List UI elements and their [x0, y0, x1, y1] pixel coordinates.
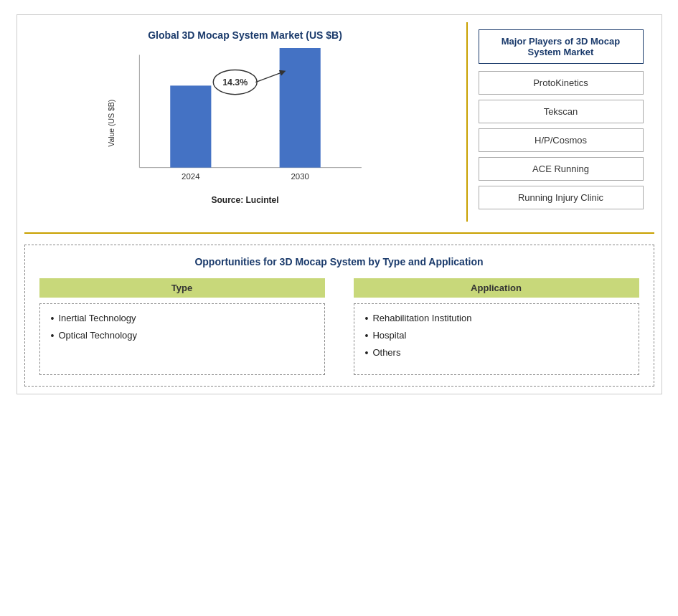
application-column: Application • Rehabilitation Institution… [354, 278, 639, 375]
major-players-title: Major Players of 3D MocapSystem Market [479, 29, 644, 64]
bottom-section: Opportunities for 3D Mocap System by Typ… [24, 245, 654, 387]
growth-label: 14.3% [222, 77, 248, 87]
x-label-2024: 2024 [182, 172, 200, 181]
application-content: • Rehabilitation Institution • Hospital … [354, 303, 639, 375]
player-running-injury-clinic: Running Injury Clinic [479, 186, 644, 209]
player-ace-running: ACE Running [479, 157, 644, 181]
chart-title: Global 3D Mocap System Market (US $B) [32, 29, 459, 41]
opportunities-columns: Type • Inertial Technology • Optical Tec… [39, 278, 639, 375]
app-item-2: • Hospital [365, 330, 628, 341]
bullet-icon-5: • [365, 347, 369, 359]
top-section: Global 3D Mocap System Market (US $B) Va… [24, 22, 654, 234]
major-players-title-text: Major Players of 3D MocapSystem Market [502, 36, 620, 57]
bar-2030 [279, 48, 320, 168]
bar-chart: Value (US $B) 14.3% [32, 48, 459, 191]
x-label-2030: 2030 [291, 172, 309, 181]
player-tekscan: Tekscan [479, 100, 644, 123]
type-header: Type [39, 278, 325, 298]
app-item-3: • Others [365, 347, 628, 359]
application-header: Application [354, 278, 639, 298]
chart-area: Global 3D Mocap System Market (US $B) Va… [24, 22, 468, 222]
opportunities-title: Opportunities for 3D Mocap System by Typ… [39, 256, 639, 267]
type-item-1: • Inertial Technology [51, 313, 314, 324]
player-protokinetics: ProtoKinetics [479, 71, 644, 95]
y-axis-label: Value (US $B) [108, 100, 116, 147]
player-hpcosmos: H/P/Cosmos [479, 128, 644, 152]
right-panel: Major Players of 3D MocapSystem Market P… [468, 22, 654, 222]
bullet-icon-1: • [51, 313, 55, 324]
bullet-icon-2: • [51, 330, 55, 341]
type-column: Type • Inertial Technology • Optical Tec… [39, 278, 325, 375]
bullet-icon-4: • [365, 330, 369, 341]
growth-arrow [255, 72, 283, 82]
bullet-icon-3: • [365, 313, 369, 324]
type-item-2: • Optical Technology [51, 330, 314, 341]
main-container: Global 3D Mocap System Market (US $B) Va… [17, 14, 662, 394]
chart-wrapper: Value (US $B) 14.3% [32, 48, 459, 191]
type-content: • Inertial Technology • Optical Technolo… [39, 303, 325, 375]
bar-2024 [170, 85, 211, 167]
source-text: Source: Lucintel [32, 195, 459, 205]
app-item-1: • Rehabilitation Institution [365, 313, 628, 324]
